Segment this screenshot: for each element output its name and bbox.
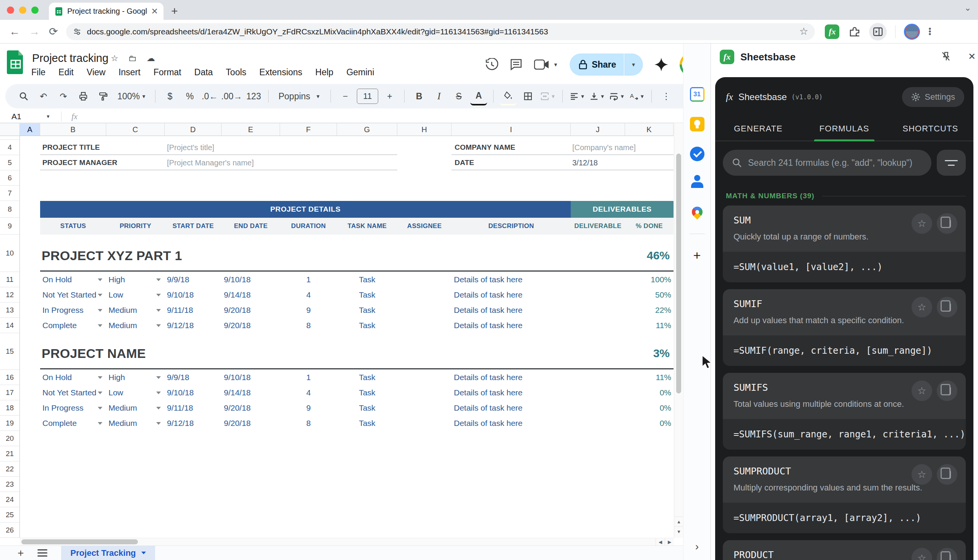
row-header-12[interactable]: 12 [0, 287, 20, 303]
scroll-left-icon[interactable]: ◀ [656, 538, 665, 546]
zoom-window-button[interactable] [31, 7, 38, 14]
filter-button[interactable] [937, 150, 966, 176]
unpin-icon[interactable] [941, 51, 951, 62]
row-header-25[interactable]: 25 [0, 507, 20, 523]
description-cell[interactable]: Details of task here [454, 287, 568, 303]
vertical-scrollbar[interactable]: ▲ ▼ [674, 123, 683, 538]
row-header-17[interactable]: 17 [0, 385, 20, 400]
row-header-9[interactable]: 9 [0, 218, 20, 235]
copy-formula-icon[interactable] [937, 380, 957, 401]
description-cell[interactable]: Details of task here [454, 318, 568, 333]
status-cell[interactable]: In Progress [42, 400, 104, 416]
more-formats-icon[interactable]: 123 [245, 87, 262, 105]
percent-done-cell[interactable]: 11% [627, 370, 671, 385]
comments-icon[interactable] [510, 58, 523, 71]
task-name-cell[interactable]: Task [339, 318, 395, 333]
start-date-cell[interactable]: 9/10/18 [167, 385, 219, 400]
task-name-cell[interactable]: Task [339, 287, 395, 303]
task-name-cell[interactable]: Task [339, 400, 395, 416]
row-header-5[interactable]: 5 [0, 155, 20, 170]
row-header-20[interactable]: 20 [0, 431, 20, 446]
formula-syntax[interactable]: =SUMPRODUCT(array1, [array2], ...) [723, 503, 966, 533]
text-rotation-icon[interactable]: A ▼ [628, 87, 645, 105]
dropdown-caret-icon[interactable] [156, 278, 161, 281]
info-value[interactable]: [Project Manager's name] [167, 155, 320, 170]
new-tab-button[interactable]: + [171, 5, 178, 18]
row-header-11[interactable]: 11 [0, 272, 20, 287]
scroll-right-icon[interactable]: ▶ [665, 538, 674, 546]
favorite-star-icon[interactable]: ☆ [911, 297, 932, 317]
column-header-I[interactable]: I [452, 123, 571, 136]
formula-card-sumproduct[interactable]: SUMPRODUCTMultiply corresponding values … [723, 457, 966, 533]
percent-done-cell[interactable]: 50% [627, 287, 671, 303]
row-header-14[interactable]: 14 [0, 318, 20, 333]
description-cell[interactable]: Details of task here [454, 385, 568, 400]
horizontal-scrollbar[interactable]: ◀ ▶ [20, 538, 674, 545]
increase-font-size-icon[interactable]: + [381, 87, 398, 105]
menu-view[interactable]: View [87, 67, 105, 78]
strikethrough-icon[interactable]: S [450, 87, 467, 105]
extensions-puzzle-icon[interactable] [848, 25, 861, 38]
start-date-cell[interactable]: 9/11/18 [167, 400, 219, 416]
column-header-A[interactable]: A [20, 123, 40, 136]
favorite-star-icon[interactable]: ☆ [911, 213, 932, 234]
end-date-cell[interactable]: 9/10/18 [224, 272, 278, 287]
scroll-up-icon[interactable]: ▲ [674, 517, 683, 527]
star-document-icon[interactable]: ☆ [111, 53, 118, 63]
copy-formula-icon[interactable] [937, 297, 957, 317]
info-value[interactable]: [Company's name] [572, 140, 671, 155]
row-header-16[interactable]: 16 [0, 370, 20, 385]
row-header-10[interactable]: 10 [0, 235, 20, 272]
window-controls[interactable] [7, 7, 38, 14]
end-date-cell[interactable]: 9/14/18 [224, 287, 278, 303]
format-percent-icon[interactable]: % [182, 87, 198, 105]
dropdown-caret-icon[interactable] [98, 376, 102, 379]
duration-cell[interactable]: 1 [282, 272, 335, 287]
priority-cell[interactable]: High [108, 370, 162, 385]
menu-help[interactable]: Help [315, 67, 333, 78]
dropdown-caret-icon[interactable] [98, 324, 102, 327]
status-cell[interactable]: Complete [42, 416, 104, 431]
row-header-partial[interactable] [0, 136, 20, 140]
toolbar-search-icon[interactable] [15, 87, 32, 105]
paint-format-icon[interactable] [95, 87, 112, 105]
spreadsheet-cells[interactable]: PROJECT TITLE[Project's title]COMPANY NA… [20, 136, 674, 538]
italic-icon[interactable]: I [431, 87, 447, 105]
section-percent[interactable]: 46% [625, 249, 670, 266]
description-cell[interactable]: Details of task here [454, 416, 568, 431]
duration-cell[interactable]: 8 [282, 318, 335, 333]
duration-cell[interactable]: 4 [282, 385, 335, 400]
start-date-cell[interactable]: 9/9/18 [167, 370, 219, 385]
task-name-cell[interactable]: Task [339, 385, 395, 400]
print-icon[interactable] [75, 87, 92, 105]
menu-format[interactable]: Format [153, 67, 182, 78]
tab-shortcuts[interactable]: SHORTCUTS [888, 118, 973, 140]
column-header-D[interactable]: D [165, 123, 222, 136]
dropdown-caret-icon[interactable] [156, 309, 161, 312]
sheet-tab-caret[interactable] [142, 552, 146, 554]
forward-button[interactable]: → [29, 26, 40, 38]
back-button[interactable]: ← [9, 26, 20, 38]
column-header-H[interactable]: H [397, 123, 452, 136]
dropdown-caret-icon[interactable] [98, 407, 102, 410]
info-value[interactable]: 3/12/18 [572, 155, 671, 170]
document-title[interactable]: Project tracking [32, 52, 108, 65]
status-cell[interactable]: Not Yet Started [42, 385, 104, 400]
formula-search-input[interactable] [748, 158, 922, 168]
copy-formula-icon[interactable] [937, 213, 957, 234]
info-value[interactable]: [Project's title] [167, 140, 320, 155]
section-percent[interactable]: 3% [625, 347, 670, 364]
address-bar[interactable]: docs.google.com/spreadsheets/d/1era4ZW_i… [66, 23, 815, 40]
row-header-23[interactable]: 23 [0, 477, 20, 492]
dropdown-caret-icon[interactable] [98, 278, 102, 281]
bold-icon[interactable]: B [411, 87, 428, 105]
menu-tools[interactable]: Tools [226, 67, 247, 78]
tab-generate[interactable]: GENERATE [715, 118, 801, 140]
row-header-21[interactable]: 21 [0, 446, 20, 462]
increase-decimals-icon[interactable]: .00→ [221, 87, 242, 105]
row-header-15[interactable]: 15 [0, 333, 20, 370]
get-addons-icon[interactable]: + [693, 248, 701, 263]
formula-card-sumifs[interactable]: SUMIFSTotal values using multiple condit… [723, 373, 966, 450]
close-panel-icon[interactable]: ✕ [968, 51, 976, 62]
decrease-font-size-icon[interactable]: − [337, 87, 354, 105]
